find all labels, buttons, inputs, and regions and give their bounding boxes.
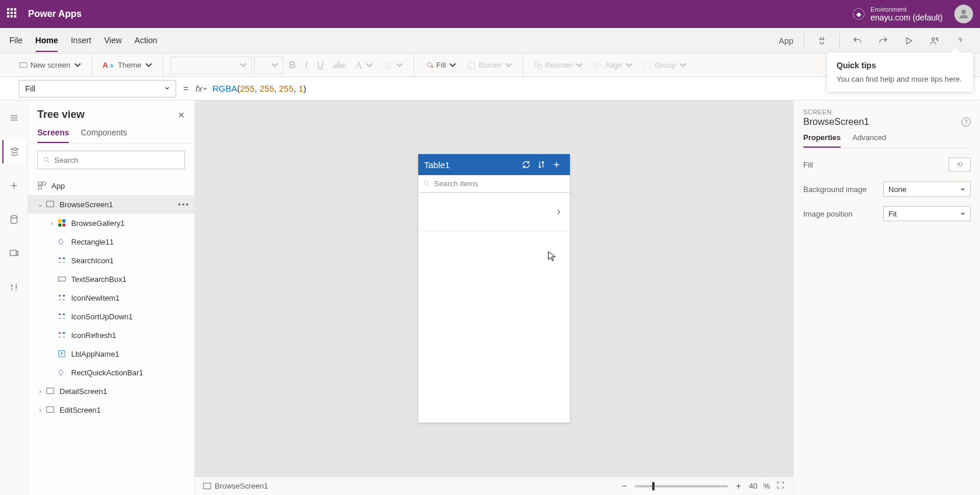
bold-button[interactable]: B	[286, 57, 300, 74]
border-button[interactable]: Border	[463, 57, 516, 74]
property-selector[interactable]: Fill	[19, 80, 176, 97]
font-select[interactable]	[170, 57, 252, 74]
theme-label: Theme	[118, 61, 141, 69]
underline-button[interactable]: U	[314, 57, 328, 74]
rectangle-node-icon	[57, 237, 66, 246]
tree-node-lblappname1[interactable]: LblAppName1	[28, 344, 194, 363]
theme-button[interactable]: Aa Theme	[99, 57, 157, 74]
tree-search-input[interactable]	[37, 151, 185, 169]
group-button[interactable]: Group	[639, 57, 691, 74]
fx-icon[interactable]: fx	[195, 83, 208, 93]
tree-node-detailscreen1[interactable]: ›DetailScreen1	[28, 382, 194, 400]
rail-media-icon[interactable]	[2, 242, 26, 265]
preview-search[interactable]: Search items	[418, 175, 570, 193]
label-node-icon	[57, 349, 66, 358]
strikethrough-button[interactable]: abc	[330, 57, 349, 74]
refresh-icon[interactable]	[519, 160, 534, 169]
font-size-select[interactable]	[254, 57, 284, 74]
footer-screen-name[interactable]: BrowseScreen1	[215, 482, 268, 490]
tree-node-iconrefresh1[interactable]: IconRefresh1	[28, 326, 194, 344]
rail-tree-view-icon[interactable]	[2, 140, 26, 163]
screen-node-icon	[46, 386, 55, 396]
new-screen-button[interactable]: New screen	[15, 57, 86, 74]
add-icon[interactable]	[549, 160, 564, 169]
prop-pos-select[interactable]: Fit	[883, 206, 971, 221]
menu-action[interactable]: Action	[135, 30, 158, 52]
close-tree-icon[interactable]: ✕	[178, 110, 185, 120]
zoom-in-button[interactable]: +	[734, 481, 743, 491]
app-preview[interactable]: Table1 Search items	[418, 154, 570, 423]
chevron-down-icon[interactable]: ⌄	[36, 201, 44, 208]
app-launcher-icon[interactable]	[7, 8, 19, 20]
font-color-button[interactable]: A	[352, 57, 377, 74]
tree-node-browsegallery1[interactable]: › BrowseGallery1	[28, 214, 194, 232]
text-align-button[interactable]	[380, 57, 408, 74]
zoom-control: − + 40 %	[620, 481, 785, 491]
preview-header: Table1	[418, 154, 570, 175]
fit-to-window-icon[interactable]	[776, 481, 785, 491]
svg-rect-10	[10, 250, 16, 256]
menu-view[interactable]: View	[104, 30, 121, 52]
align-button[interactable]: Align	[590, 57, 637, 74]
tree-node-iconnewitem1[interactable]: IconNewItem1	[28, 288, 194, 307]
chevron-right-icon[interactable]: ›	[36, 388, 44, 395]
prop-fill-swatch[interactable]: ⟲	[949, 158, 971, 172]
undo-icon[interactable]	[847, 30, 868, 51]
menu-file[interactable]: File	[9, 30, 23, 52]
quick-tips-title: Quick tips	[836, 61, 964, 70]
prop-pos-label: Image position	[803, 210, 853, 218]
chevron-right-icon	[555, 208, 563, 216]
tree-node-more-icon[interactable]: •••	[178, 200, 190, 209]
rail-advanced-tools-icon[interactable]	[2, 276, 26, 299]
rail-insert-icon[interactable]	[2, 174, 26, 197]
app-checker-icon[interactable]	[811, 30, 832, 51]
props-kicker: SCREEN	[803, 109, 971, 116]
quick-tips-tooltip: Quick tips You can find help and more ti…	[827, 53, 973, 92]
zoom-slider[interactable]	[635, 485, 728, 487]
tree-search-field[interactable]	[54, 156, 180, 165]
tree-node-textsearchbox1[interactable]: TextSearchBox1	[28, 270, 194, 288]
tree-node-iconsortupdown1[interactable]: IconSortUpDown1	[28, 307, 194, 326]
prop-bg-select[interactable]: None	[883, 182, 971, 197]
svg-point-4	[431, 66, 433, 68]
prop-fill-label: Fill	[803, 161, 813, 169]
props-tab-properties[interactable]: Properties	[803, 133, 841, 148]
share-icon[interactable]	[924, 30, 945, 51]
tree-node-browsescreen1[interactable]: ⌄ BrowseScreen1 •••	[28, 195, 194, 214]
user-avatar[interactable]	[954, 5, 973, 23]
menu-home[interactable]: Home	[36, 30, 58, 52]
app-node-icon	[37, 181, 47, 190]
info-icon[interactable]: ?	[961, 117, 971, 127]
rail-data-icon[interactable]	[2, 208, 26, 231]
svg-rect-18	[58, 224, 61, 226]
zoom-out-button[interactable]: −	[620, 481, 629, 491]
props-tab-advanced[interactable]: Advanced	[852, 133, 886, 148]
play-icon[interactable]	[898, 30, 919, 51]
new-screen-label: New screen	[30, 61, 71, 69]
rail-hamburger-icon[interactable]	[2, 106, 26, 130]
reorder-button[interactable]: Reorder	[530, 57, 588, 74]
search-icon	[423, 180, 430, 187]
tree-tab-components[interactable]: Components	[80, 128, 127, 143]
sort-icon[interactable]	[534, 160, 549, 169]
fill-button[interactable]: Fill	[421, 57, 461, 74]
redo-icon[interactable]	[873, 30, 894, 51]
tree-node-editscreen1[interactable]: ›EditScreen1	[28, 400, 194, 419]
equals-sign: =	[183, 83, 188, 94]
italic-button[interactable]: I	[302, 57, 311, 74]
tree-node-rectquickactionbar1[interactable]: RectQuickActionBar1	[28, 363, 194, 382]
chevron-right-icon[interactable]: ›	[48, 220, 56, 226]
tree-tab-screens[interactable]: Screens	[37, 128, 69, 143]
app-header: Power Apps ◆ Environment enayu.com (defa…	[0, 0, 980, 28]
svg-rect-6	[535, 62, 539, 66]
environment-selector[interactable]: ◆ Environment enayu.com (default)	[853, 6, 943, 22]
preview-list-item[interactable]	[418, 193, 570, 231]
tree-node-app[interactable]: App	[28, 176, 194, 195]
zoom-unit: %	[763, 482, 770, 490]
chevron-right-icon[interactable]: ›	[36, 407, 44, 413]
app-label[interactable]: App	[779, 36, 793, 46]
menu-insert[interactable]: Insert	[71, 30, 91, 52]
tree-node-rectangle11[interactable]: Rectangle11	[28, 232, 194, 251]
zoom-value: 40	[749, 482, 757, 490]
tree-node-searchicon1[interactable]: SearchIcon1	[28, 251, 194, 270]
